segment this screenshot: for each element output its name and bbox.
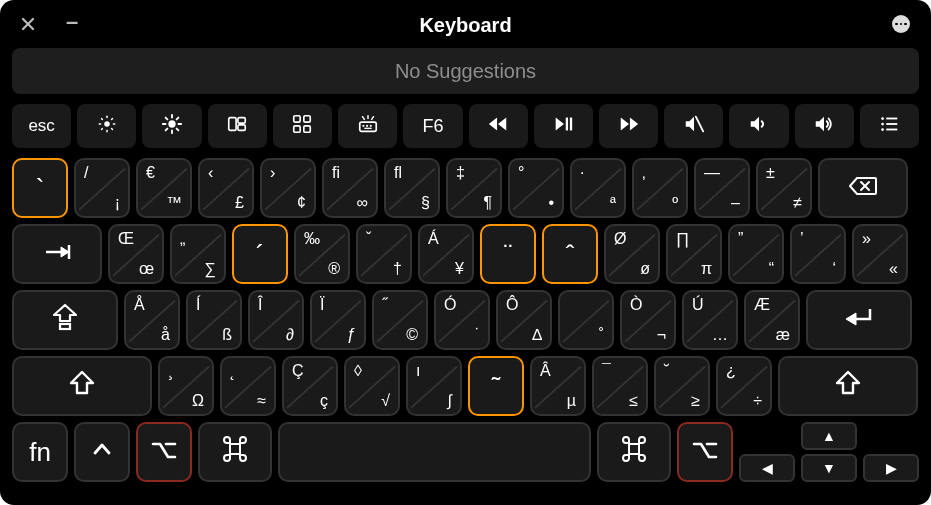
key-lower-label: ß [222,326,232,344]
svg-rect-24 [304,115,310,121]
key-minus[interactable]: —– [694,158,750,218]
svg-rect-20 [229,117,236,130]
key-lbracket[interactable]: ”“ [728,224,784,284]
key-left-command[interactable] [198,422,272,482]
key-fn[interactable]: fn [12,422,68,482]
key-left-shift[interactable] [12,356,152,416]
key-t[interactable]: ˇ† [356,224,412,284]
key-n[interactable]: ˜ [468,356,524,416]
minimize-button[interactable]: – [60,12,84,32]
key-j[interactable]: Ô∆ [496,290,552,350]
key-capslock[interactable] [12,290,118,350]
key-f[interactable]: Ïƒ [310,290,366,350]
play-pause-key[interactable] [534,104,593,148]
esc-key[interactable]: esc [12,104,71,148]
arrow-up-key[interactable]: ▲ [801,422,857,450]
key-control[interactable] [74,422,130,482]
key-r[interactable]: ‰® [294,224,350,284]
key-x[interactable]: ˛≈ [220,356,276,416]
key-backslash[interactable]: »« [852,224,908,284]
key-upper-label: € [146,164,155,182]
key-return[interactable] [806,290,912,350]
key-upper-label: » [862,230,871,248]
key-i[interactable]: ˆ [542,224,598,284]
key-v[interactable]: ◊√ [344,356,400,416]
key-u[interactable]: ¨ [480,224,536,284]
key-9[interactable]: ·ª [570,158,626,218]
key-right-command[interactable] [597,422,671,482]
key-equals[interactable]: ±≠ [756,158,812,218]
key-spacebar[interactable] [278,422,591,482]
key-z[interactable]: ¸Ω [158,356,214,416]
key-0[interactable]: ‚º [632,158,688,218]
key-h[interactable]: Ó˙ [434,290,490,350]
key-lower-label: … [712,326,728,344]
key-8[interactable]: °• [508,158,564,218]
key-5[interactable]: ﬁ∞ [322,158,378,218]
key-upper-label: Ï [320,296,324,314]
key-p[interactable]: ∏π [666,224,722,284]
key-g[interactable]: ˝© [372,290,428,350]
mission-control-key[interactable] [208,104,267,148]
key-upper-label: „ [180,230,185,248]
key-c[interactable]: Çç [282,356,338,416]
key-grave[interactable]: ` [12,158,68,218]
mute-key[interactable] [664,104,723,148]
volume-up-key[interactable] [795,104,854,148]
key-semicolon[interactable]: Ú… [682,290,738,350]
key-right-shift[interactable] [778,356,918,416]
key-b[interactable]: ı∫ [406,356,462,416]
close-button[interactable] [18,14,38,34]
key-3[interactable]: ‹£ [198,158,254,218]
svg-marker-57 [54,305,76,321]
key-6[interactable]: ﬂ§ [384,158,440,218]
svg-marker-40 [620,117,628,130]
fn-key-label: F6 [422,116,443,137]
key-o[interactable]: Øø [604,224,660,284]
key-d[interactable]: Î∂ [248,290,304,350]
fast-forward-key[interactable] [599,104,658,148]
arrow-spacer [739,422,795,450]
key-rbracket[interactable]: ’‘ [790,224,846,284]
key-1[interactable]: /¡ [74,158,130,218]
list-key[interactable] [860,104,919,148]
svg-marker-60 [71,372,93,393]
rewind-key[interactable] [469,104,528,148]
brightness-up-key[interactable] [142,104,201,148]
key-y[interactable]: Á¥ [418,224,474,284]
key-7[interactable]: ‡¶ [446,158,502,218]
key-e[interactable]: ´ [232,224,288,284]
key-upper-label: ∏ [676,230,689,248]
key-period[interactable]: ˘≥ [654,356,710,416]
key-4[interactable]: ›¢ [260,158,316,218]
brightness-down-key[interactable] [77,104,136,148]
key-a[interactable]: Åå [124,290,180,350]
suggestion-bar[interactable]: No Suggestions [12,48,919,94]
key-label: ˜ [492,371,501,402]
f6-key[interactable]: F6 [403,104,462,148]
key-upper-label: Ø [614,230,626,248]
key-lower-label: ¶ [483,194,492,212]
key-m[interactable]: Âµ [530,356,586,416]
key-k[interactable]: ˚ [558,290,614,350]
key-left-option[interactable] [136,422,192,482]
key-slash[interactable]: ¿÷ [716,356,772,416]
key-w[interactable]: „∑ [170,224,226,284]
key-delete[interactable] [818,158,908,218]
key-q[interactable]: Œœ [108,224,164,284]
keyboard-backlight-key[interactable] [338,104,397,148]
key-2[interactable]: €™ [136,158,192,218]
key-tab[interactable] [12,224,102,284]
arrow-down-key[interactable]: ▼ [801,454,857,482]
launchpad-key[interactable] [273,104,332,148]
volume-down-key[interactable] [729,104,788,148]
key-quote[interactable]: Ææ [744,290,800,350]
arrow-right-key[interactable]: ▶ [863,454,919,482]
key-l[interactable]: Ò¬ [620,290,676,350]
key-lower-label: ˚ [599,326,604,344]
key-right-option[interactable] [677,422,733,482]
key-s[interactable]: Íß [186,290,242,350]
more-menu-button[interactable] [889,14,913,34]
key-comma[interactable]: ¯≤ [592,356,648,416]
arrow-left-key[interactable]: ◀ [739,454,795,482]
